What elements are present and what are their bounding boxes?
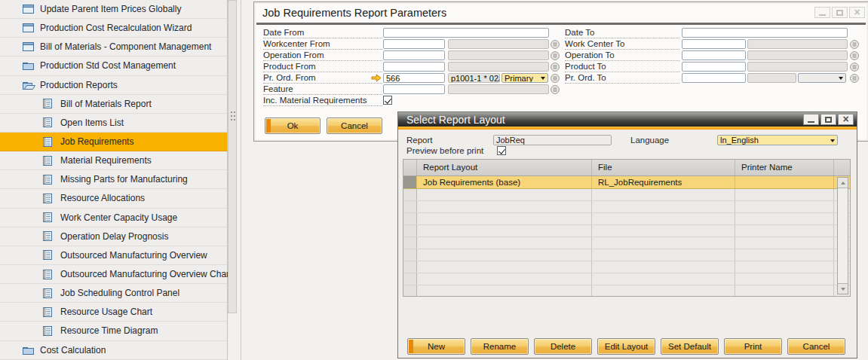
sidebar-item-job-scheduling-control-panel[interactable]: Job Scheduling Control Panel (0, 284, 227, 303)
sidebar-item-job-requirements[interactable]: Job Requirements (0, 133, 227, 151)
choose-from-list-icon[interactable] (551, 40, 560, 49)
row-selector-cell[interactable] (403, 189, 417, 200)
sidebar-item-work-center-capacity-usage[interactable]: Work Center Capacity Usage (0, 209, 227, 227)
product-to-secondary-input[interactable] (747, 62, 848, 72)
maximize-button[interactable] (832, 7, 848, 18)
date-to-input[interactable] (682, 28, 848, 38)
sidebar-item-bill-of-materials-component-management[interactable]: Bill of Materials - Component Management (0, 38, 227, 56)
sidebar-item-outsourced-manufacturing-overview-chart[interactable]: Outsourced Manufacturing Overview Chart (0, 265, 227, 284)
edit-layout-button[interactable]: Edit Layout (597, 338, 655, 355)
cancel-button[interactable]: Cancel (327, 117, 382, 134)
choose-from-list-icon[interactable] (850, 51, 859, 60)
row-selector-cell[interactable] (403, 273, 417, 285)
choose-from-list-icon[interactable] (551, 63, 560, 72)
pr-ord-from-dropdown[interactable]: Primary (501, 73, 548, 83)
table-row-empty[interactable] (403, 237, 850, 249)
sidebar-item-resource-allocations[interactable]: Resource Allocations (0, 189, 227, 208)
choose-from-list-icon[interactable] (850, 40, 859, 49)
sidebar-item-missing-parts-for-manufacturing[interactable]: Missing Parts for Manufacturing (0, 170, 227, 189)
sidebar-item-update-parent-item-prices-globally[interactable]: Update Parent Item Prices Globally (0, 0, 227, 19)
close-button[interactable]: × (838, 114, 854, 125)
choose-from-list-icon[interactable] (551, 85, 560, 94)
row-selector-cell[interactable] (403, 176, 417, 188)
table-row-empty[interactable] (403, 201, 850, 213)
feature-secondary-input[interactable] (448, 84, 549, 94)
new-button[interactable]: New (407, 338, 465, 355)
product-from-input[interactable] (383, 62, 445, 72)
operation-from-input[interactable] (383, 50, 445, 60)
workcenter-from-input[interactable] (383, 39, 445, 49)
inc-material-requirements-checkbox[interactable] (383, 96, 392, 105)
sidebar-item-material-requirements[interactable]: Material Requirements (0, 151, 227, 170)
minimize-button[interactable] (814, 7, 830, 18)
sidebar-item-production-cost-recalculation-wizard[interactable]: Production Cost Recalculation Wizard (0, 19, 227, 38)
choose-from-list-icon[interactable] (551, 74, 560, 83)
workcenter-from-secondary-input[interactable] (448, 39, 549, 49)
column-header-report-layout[interactable]: Report Layout (417, 160, 592, 175)
date-from-input[interactable] (383, 28, 549, 38)
preview-before-print-checkbox[interactable] (497, 146, 506, 155)
choose-from-list-icon[interactable] (850, 63, 859, 72)
column-header-printer-name[interactable]: Printer Name (735, 160, 834, 175)
column-header-file[interactable]: File (592, 160, 735, 175)
delete-button[interactable]: Delete (534, 338, 592, 355)
row-selector-cell[interactable] (403, 201, 417, 212)
close-icon: × (842, 114, 848, 124)
pr-ord-to-input[interactable] (682, 73, 746, 83)
row-selector-cell[interactable] (403, 261, 417, 273)
sidebar-item-production-std-cost-management[interactable]: Production Std Cost Management (0, 56, 227, 75)
set-default-button[interactable]: Set Default (661, 338, 719, 355)
menu-splitter[interactable] (228, 0, 237, 313)
product-to-input[interactable] (682, 62, 746, 72)
table-row-empty[interactable] (403, 189, 850, 201)
table-scrollbar[interactable] (837, 177, 848, 294)
feature-input[interactable] (383, 84, 445, 94)
scroll-down-button[interactable] (838, 283, 848, 294)
ok-button[interactable]: Ok (265, 117, 321, 134)
choose-from-list-icon[interactable] (850, 74, 859, 83)
report-field[interactable]: JobReq (493, 135, 612, 145)
rename-button[interactable]: Rename (471, 338, 529, 355)
product-from-secondary-input[interactable] (448, 62, 549, 72)
choose-from-list-icon[interactable] (551, 51, 560, 60)
operation-to-input[interactable] (682, 50, 746, 60)
row-selector-cell[interactable] (403, 213, 417, 224)
operation-to-secondary-input[interactable] (747, 50, 848, 60)
table-row-empty[interactable] (403, 249, 850, 261)
sidebar-item-open-items-list[interactable]: Open Items List (0, 114, 227, 133)
pr-ord-from-input[interactable]: 566 (383, 73, 445, 83)
maximize-button[interactable] (820, 114, 836, 125)
sidebar-item-outsourced-manufacturing-overview[interactable]: Outsourced Manufacturing Overview (0, 246, 227, 265)
sidebar-item-production-reports[interactable]: Production Reports (0, 76, 227, 95)
sidebar-item-resource-time-diagram[interactable]: Resource Time Diagram (0, 322, 227, 340)
folder-open-icon (23, 81, 37, 90)
table-row[interactable]: Job Requirements (base)RL_JobRequirement… (403, 176, 850, 189)
minimize-button[interactable] (803, 114, 819, 125)
sidebar-item-resource-usage-chart[interactable]: Resource Usage Chart (0, 303, 227, 322)
table-row-empty[interactable] (403, 213, 850, 225)
table-row-empty[interactable] (403, 261, 850, 273)
row-selector-cell[interactable] (403, 237, 417, 249)
link-arrow-icon[interactable] (371, 74, 382, 82)
sidebar-item-operation-delay-prognosis[interactable]: Operation Delay Prognosis (0, 227, 227, 246)
print-button[interactable]: Print (724, 338, 782, 355)
pr-ord-from-secondary-input[interactable]: p1001-1 * 02/2 (448, 73, 500, 83)
language-dropdown[interactable]: ln_English (717, 135, 838, 145)
work-center-to-input[interactable] (682, 39, 746, 49)
operation-from-secondary-input[interactable] (448, 50, 549, 60)
pr-ord-to-dropdown[interactable] (798, 73, 846, 83)
table-row-empty[interactable] (403, 273, 850, 285)
table-row-empty[interactable] (403, 225, 850, 237)
table-row-empty[interactable] (403, 285, 850, 297)
sidebar-item-bill-of-materials-report[interactable]: Bill of Materials Report (0, 95, 227, 114)
column-header-selector (403, 160, 417, 175)
close-button[interactable]: × (849, 7, 865, 18)
scroll-up-button[interactable] (838, 178, 848, 188)
pr-ord-to-secondary-input[interactable] (747, 73, 796, 83)
row-selector-cell[interactable] (403, 225, 417, 236)
cancel-button[interactable]: Cancel (787, 338, 845, 355)
row-selector-cell[interactable] (403, 249, 417, 261)
work-center-to-secondary-input[interactable] (747, 39, 848, 49)
sidebar-item-cost-calculation[interactable]: Cost Calculation (0, 341, 227, 360)
row-selector-cell[interactable] (403, 285, 417, 297)
